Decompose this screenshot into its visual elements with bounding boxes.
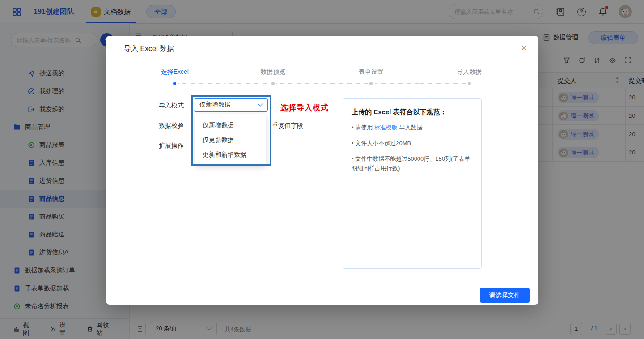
step-dot-active — [173, 82, 176, 85]
stepper: 选择Excel 数据预览 表单设置 导入数据 — [126, 68, 518, 76]
step-dot — [468, 82, 471, 85]
upload-spec-panel: 上传的 Excel 表符合以下规范： 请使用 标准模版 导入数据 文件大小不超过… — [343, 98, 482, 269]
annotation-highlight-box — [191, 95, 271, 166]
duplicate-field-label: 重复值字段 — [272, 122, 303, 130]
step-import-data: 导入数据 — [420, 68, 519, 76]
spec-item-template: 请使用 标准模版 导入数据 — [352, 123, 473, 132]
modal-footer: 请选择文件 — [106, 282, 538, 305]
spec-list: 请使用 标准模版 导入数据 文件大小不超过20MB 文件中数据不能超过50000… — [352, 123, 473, 173]
step-dot — [271, 82, 275, 85]
stepper-dots — [126, 82, 518, 86]
spec-title: 上传的 Excel 表符合以下规范： — [352, 108, 473, 116]
data-validate-label: 数据校验 — [159, 122, 184, 130]
standard-template-link[interactable]: 标准模版 — [374, 124, 398, 131]
choose-file-button[interactable]: 请选择文件 — [480, 288, 530, 303]
import-excel-modal: 导入 Excel 数据 × 选择Excel 数据预览 表单设置 导入数据 导入模… — [106, 36, 538, 305]
step-form-settings: 表单设置 — [322, 68, 420, 76]
annotation-label: 选择导入模式 — [280, 103, 329, 113]
spec-item-limits: 文件中数据不能超过50000行、150列(子表单明细同样占用行数) — [352, 154, 473, 173]
step-dot — [369, 82, 373, 85]
import-mode-label: 导入模式 — [159, 102, 184, 110]
extend-action-label: 扩展操作 — [159, 142, 184, 150]
close-icon[interactable]: × — [521, 42, 527, 54]
step-data-preview: 数据预览 — [224, 68, 322, 76]
spec-item-filesize: 文件大小不超过20MB — [352, 138, 473, 148]
modal-header: 导入 Excel 数据 × — [106, 36, 538, 61]
modal-title: 导入 Excel 数据 — [124, 36, 174, 61]
step-select-excel: 选择Excel — [126, 68, 224, 76]
